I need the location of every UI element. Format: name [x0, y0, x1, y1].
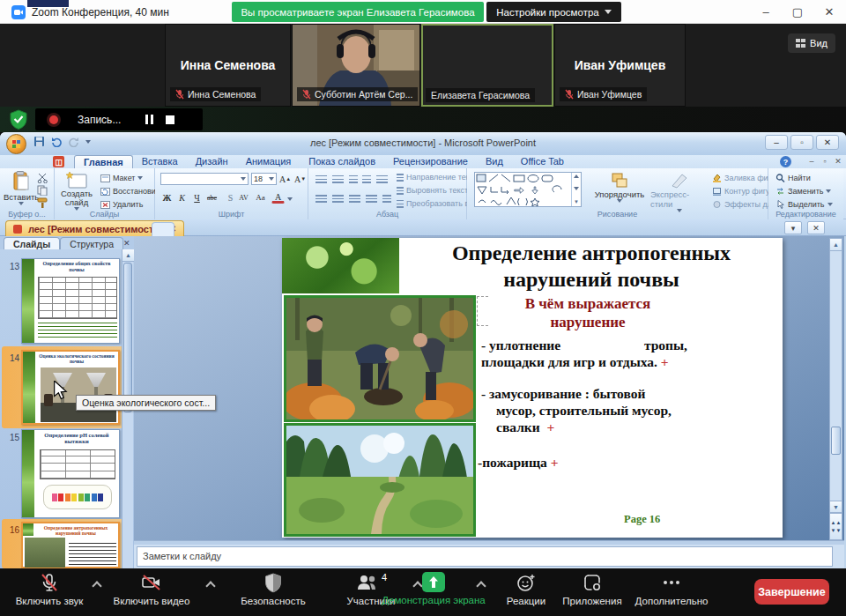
participant-tile-active-speaker[interactable]: Елизавета Герасимова	[421, 24, 553, 107]
decrease-font-button[interactable]: А▼	[293, 173, 307, 185]
align-right-icon[interactable]	[349, 195, 360, 204]
reset-button[interactable]: Восстановить	[100, 187, 164, 196]
start-video-button[interactable]: Включить видео	[108, 572, 196, 606]
replace-button[interactable]: Заменить	[776, 187, 831, 196]
numbering-icon[interactable]	[332, 175, 344, 184]
font-color-button[interactable]: А	[271, 191, 285, 204]
canvas-scrollbar-thumb[interactable]	[831, 427, 841, 455]
notes-input[interactable]: Заметки к слайду	[137, 546, 833, 567]
slide-thumbnail-13[interactable]: Определение общих свойств почвы	[21, 258, 120, 344]
minimize-button[interactable]: –	[751, 0, 781, 23]
tab-vstavka[interactable]: Вставка	[133, 155, 187, 168]
previous-slide-icon[interactable]: ▲▲	[831, 520, 842, 525]
canvas-scrollbar[interactable]: ▲ ▼	[829, 238, 842, 525]
close-button[interactable]: ✕	[814, 0, 844, 23]
strikethrough-button[interactable]: abc	[205, 191, 219, 204]
delete-slide-button[interactable]: Удалить	[100, 200, 143, 209]
new-tab-stub[interactable]	[152, 222, 174, 236]
panel-close-icon[interactable]: ✕	[123, 239, 130, 248]
end-meeting-button[interactable]: Завершение	[754, 579, 829, 605]
char-spacing-button[interactable]: AV	[237, 191, 250, 204]
layout-button[interactable]: Макет	[100, 174, 143, 182]
next-slide-icon[interactable]: ▼▼	[831, 528, 842, 533]
tab-office-tab[interactable]: Office Tab	[512, 155, 573, 168]
align-left-icon[interactable]	[315, 195, 327, 204]
stop-recording-button[interactable]	[166, 115, 174, 124]
tab-pokaz-slaidov[interactable]: Показ слайдов	[300, 155, 384, 168]
view-layout-button[interactable]: Вид	[788, 33, 835, 53]
doc-restore-button[interactable]: ▫	[819, 157, 831, 166]
tab-animaciya[interactable]: Анимация	[237, 155, 301, 168]
font-size-combo[interactable]: 18	[251, 173, 277, 185]
paste-dropdown[interactable]	[19, 202, 24, 205]
scroll-up-button[interactable]: ▲	[830, 239, 842, 251]
tab-vid[interactable]: Вид	[477, 155, 512, 168]
more-button[interactable]: Дополнительно	[631, 572, 712, 606]
increase-indent-icon[interactable]	[362, 175, 371, 184]
align-center-icon[interactable]	[332, 195, 344, 204]
tab-list-dropdown-button[interactable]: ▾	[784, 221, 802, 234]
pause-recording-button[interactable]	[145, 115, 153, 124]
save-icon[interactable]	[33, 136, 45, 147]
qat-customize-dropdown[interactable]	[85, 140, 91, 144]
tab-glavnaya[interactable]: Главная	[74, 155, 133, 168]
format-painter-icon[interactable]	[37, 197, 48, 208]
new-slide-button[interactable]: Создать слайд	[57, 172, 96, 211]
copy-icon[interactable]	[37, 185, 48, 196]
tab-outline-panel[interactable]: Структура	[60, 237, 123, 249]
audio-options-chevron[interactable]	[92, 581, 101, 590]
prev-next-slide-buttons[interactable]: ▲▲ ▼▼	[829, 513, 842, 540]
reactions-button[interactable]: Реакции	[499, 572, 553, 606]
tab-slides-panel[interactable]: Слайды	[4, 237, 60, 249]
select-button[interactable]: Выделить	[776, 200, 833, 209]
bullets-icon[interactable]	[315, 175, 327, 184]
find-button[interactable]: Найти	[776, 174, 811, 182]
maximize-button[interactable]: ▢	[783, 0, 813, 23]
line-spacing-icon[interactable]	[376, 175, 388, 184]
doc-close-button[interactable]: ✕	[832, 157, 844, 166]
participant-tile[interactable]: Иван Уфимцев Иван Уфимцев	[554, 24, 686, 107]
paste-button[interactable]: Вставить	[4, 171, 39, 205]
help-icon[interactable]: ?	[780, 156, 791, 167]
redo-icon[interactable]	[68, 137, 80, 147]
participant-tile[interactable]: Субботин Артём Сер...	[292, 24, 420, 107]
bold-button[interactable]: Ж	[160, 191, 174, 204]
increase-font-button[interactable]: А▲	[278, 173, 292, 185]
arrange-button[interactable]: Упорядочить	[592, 172, 647, 203]
slide-thumbnail-15[interactable]: Определение pH солевой вытяжки	[21, 429, 120, 518]
ppt-restore-button[interactable]: ▫	[790, 135, 813, 150]
slide-editor[interactable]: Определение антропогенных нарушений почв…	[282, 238, 783, 538]
office-button[interactable]	[6, 134, 26, 154]
align-text-button[interactable]: Выровнять текст	[397, 186, 476, 195]
italic-button[interactable]: К	[175, 191, 189, 204]
tab-bar-close-button[interactable]: ✕	[807, 221, 825, 234]
video-options-chevron[interactable]	[205, 581, 215, 590]
panel-scrollbar-thumb[interactable]	[123, 263, 132, 412]
apps-button[interactable]: Приложения	[557, 572, 627, 606]
ppt-close-button[interactable]: ✕	[816, 135, 839, 150]
font-name-combo[interactable]	[160, 173, 249, 185]
undo-icon[interactable]	[50, 137, 63, 147]
security-button[interactable]: Безопасность	[231, 572, 315, 606]
panel-scroll-up-button[interactable]: ▲	[122, 249, 134, 262]
view-options-button[interactable]: Настройки просмотра	[486, 2, 621, 22]
slide-thumbnail-16[interactable]: Определение антропогенных нарушений почв…	[21, 522, 120, 568]
justify-icon[interactable]	[366, 195, 377, 204]
ppt-minimize-button[interactable]: –	[765, 135, 788, 150]
share-screen-button[interactable]: Демонстрация экрана	[379, 572, 488, 605]
shapes-gallery[interactable]: ▼	[474, 172, 582, 207]
font-color-dropdown[interactable]	[287, 197, 293, 201]
tab-dizain[interactable]: Дизайн	[187, 155, 237, 168]
shapes-gallery-scroll[interactable]: ▼	[571, 173, 581, 206]
cut-icon[interactable]	[37, 173, 48, 183]
change-case-button[interactable]: Aa	[254, 191, 267, 204]
columns-icon[interactable]	[382, 195, 391, 204]
slide-thumbnail-14[interactable]: Оценка экологического состояния почвы	[21, 350, 120, 425]
underline-button[interactable]: Ч	[190, 191, 204, 204]
tab-recenzirovanie[interactable]: Рецензирование	[384, 155, 477, 168]
shadow-button[interactable]: S	[224, 191, 237, 204]
scroll-down-button[interactable]: ▼	[830, 501, 842, 513]
unmute-button[interactable]: Включить звук	[9, 572, 90, 606]
quick-styles-button[interactable]: Экспресс-стили	[650, 172, 709, 212]
participant-tile[interactable]: Инна Семенова Инна Семенова	[165, 24, 291, 107]
